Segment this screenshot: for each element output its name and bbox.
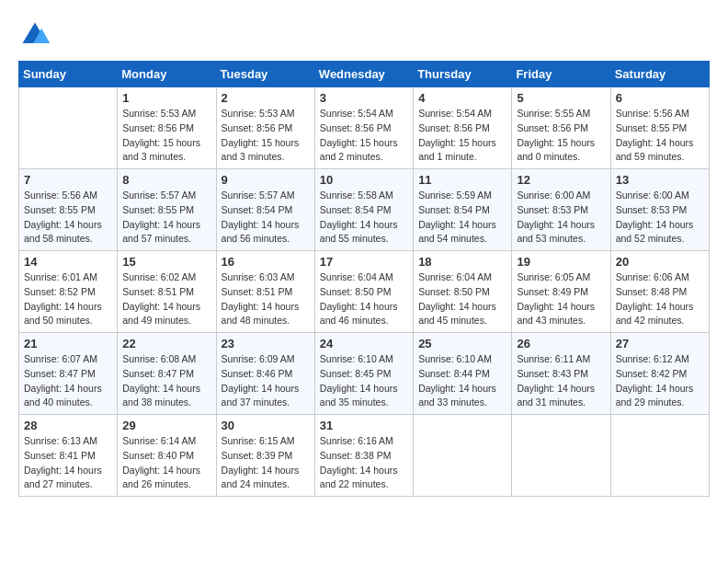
day-info: Sunrise: 6:10 AMSunset: 8:45 PMDaylight:…: [320, 352, 408, 410]
day-cell: 17Sunrise: 6:04 AMSunset: 8:50 PMDayligh…: [314, 251, 413, 333]
day-cell: 19Sunrise: 6:05 AMSunset: 8:49 PMDayligh…: [512, 251, 610, 333]
day-info: Sunrise: 6:02 AMSunset: 8:51 PMDaylight:…: [122, 270, 210, 328]
day-info: Sunrise: 6:09 AMSunset: 8:46 PMDaylight:…: [222, 352, 310, 410]
day-cell: 9Sunrise: 5:57 AMSunset: 8:54 PMDaylight…: [216, 169, 314, 251]
week-row-4: 21Sunrise: 6:07 AMSunset: 8:47 PMDayligh…: [19, 333, 710, 415]
calendar-header: SundayMondayTuesdayWednesdayThursdayFrid…: [19, 62, 710, 87]
day-number: 24: [320, 337, 408, 350]
day-info: Sunrise: 6:05 AMSunset: 8:49 PMDaylight:…: [517, 270, 605, 328]
day-number: 15: [122, 255, 210, 269]
day-info: Sunrise: 5:54 AMSunset: 8:56 PMDaylight:…: [418, 107, 506, 165]
day-number: 13: [616, 173, 704, 187]
day-number: 26: [517, 337, 605, 350]
day-info: Sunrise: 6:06 AMSunset: 8:48 PMDaylight:…: [616, 270, 704, 328]
day-cell: 7Sunrise: 5:56 AMSunset: 8:55 PMDaylight…: [19, 169, 118, 251]
day-cell: [512, 415, 610, 497]
day-info: Sunrise: 5:56 AMSunset: 8:55 PMDaylight:…: [24, 189, 112, 247]
day-cell: [414, 415, 512, 497]
day-cell: 4Sunrise: 5:54 AMSunset: 8:56 PMDaylight…: [414, 87, 512, 169]
day-info: Sunrise: 6:16 AMSunset: 8:38 PMDaylight:…: [320, 434, 408, 492]
week-row-1: 1Sunrise: 5:53 AMSunset: 8:56 PMDaylight…: [19, 87, 710, 169]
day-number: 23: [222, 337, 310, 350]
day-cell: 31Sunrise: 6:16 AMSunset: 8:38 PMDayligh…: [314, 415, 413, 497]
day-cell: 25Sunrise: 6:10 AMSunset: 8:44 PMDayligh…: [414, 333, 512, 415]
day-cell: 13Sunrise: 6:00 AMSunset: 8:53 PMDayligh…: [610, 169, 709, 251]
day-info: Sunrise: 6:15 AMSunset: 8:39 PMDaylight:…: [222, 434, 310, 492]
day-cell: 26Sunrise: 6:11 AMSunset: 8:43 PMDayligh…: [512, 333, 610, 415]
day-info: Sunrise: 6:04 AMSunset: 8:50 PMDaylight:…: [320, 270, 408, 328]
day-number: 20: [616, 255, 704, 269]
calendar-table: SundayMondayTuesdayWednesdayThursdayFrid…: [18, 61, 710, 497]
day-number: 16: [222, 255, 310, 269]
day-cell: 30Sunrise: 6:15 AMSunset: 8:39 PMDayligh…: [216, 415, 314, 497]
day-cell: 1Sunrise: 5:53 AMSunset: 8:56 PMDaylight…: [118, 87, 216, 169]
day-info: Sunrise: 6:00 AMSunset: 8:53 PMDaylight:…: [517, 189, 605, 247]
week-row-5: 28Sunrise: 6:13 AMSunset: 8:41 PMDayligh…: [19, 415, 710, 497]
day-info: Sunrise: 6:11 AMSunset: 8:43 PMDaylight:…: [517, 352, 605, 410]
day-number: 6: [616, 91, 704, 105]
week-row-2: 7Sunrise: 5:56 AMSunset: 8:55 PMDaylight…: [19, 169, 710, 251]
day-number: 14: [24, 255, 112, 269]
day-cell: 12Sunrise: 6:00 AMSunset: 8:53 PMDayligh…: [512, 169, 610, 251]
day-cell: 16Sunrise: 6:03 AMSunset: 8:51 PMDayligh…: [216, 251, 314, 333]
day-cell: [19, 87, 118, 169]
day-number: 8: [122, 173, 210, 187]
day-cell: 10Sunrise: 5:58 AMSunset: 8:54 PMDayligh…: [314, 169, 413, 251]
day-number: 22: [122, 337, 210, 350]
day-number: 2: [222, 91, 310, 105]
day-cell: 14Sunrise: 6:01 AMSunset: 8:52 PMDayligh…: [19, 251, 118, 333]
day-info: Sunrise: 5:58 AMSunset: 8:54 PMDaylight:…: [320, 189, 408, 247]
day-cell: 15Sunrise: 6:02 AMSunset: 8:51 PMDayligh…: [118, 251, 216, 333]
day-number: 12: [517, 173, 605, 187]
day-cell: 3Sunrise: 5:54 AMSunset: 8:56 PMDaylight…: [314, 87, 413, 169]
week-row-3: 14Sunrise: 6:01 AMSunset: 8:52 PMDayligh…: [19, 251, 710, 333]
day-cell: 28Sunrise: 6:13 AMSunset: 8:41 PMDayligh…: [19, 415, 118, 497]
weekday-header-saturday: Saturday: [610, 62, 709, 87]
day-number: 11: [418, 173, 506, 187]
day-number: 29: [122, 419, 210, 432]
day-cell: 22Sunrise: 6:08 AMSunset: 8:47 PMDayligh…: [118, 333, 216, 415]
day-number: 4: [418, 91, 506, 105]
day-info: Sunrise: 6:01 AMSunset: 8:52 PMDaylight:…: [24, 270, 112, 328]
day-cell: 5Sunrise: 5:55 AMSunset: 8:56 PMDaylight…: [512, 87, 610, 169]
day-info: Sunrise: 5:53 AMSunset: 8:56 PMDaylight:…: [222, 107, 310, 165]
weekday-header-friday: Friday: [512, 62, 610, 87]
day-info: Sunrise: 6:03 AMSunset: 8:51 PMDaylight:…: [222, 270, 310, 328]
day-info: Sunrise: 6:00 AMSunset: 8:53 PMDaylight:…: [616, 189, 704, 247]
logo: [18, 18, 57, 52]
day-info: Sunrise: 5:56 AMSunset: 8:55 PMDaylight:…: [616, 107, 704, 165]
day-info: Sunrise: 6:13 AMSunset: 8:41 PMDaylight:…: [24, 434, 112, 492]
day-cell: 8Sunrise: 5:57 AMSunset: 8:55 PMDaylight…: [118, 169, 216, 251]
day-number: 19: [517, 255, 605, 269]
page-header: [18, 18, 710, 52]
weekday-header-tuesday: Tuesday: [216, 62, 314, 87]
day-number: 27: [616, 337, 704, 350]
weekday-header-wednesday: Wednesday: [314, 62, 413, 87]
day-number: 28: [24, 419, 112, 432]
day-cell: 11Sunrise: 5:59 AMSunset: 8:54 PMDayligh…: [414, 169, 512, 251]
day-number: 30: [222, 419, 310, 432]
day-info: Sunrise: 6:14 AMSunset: 8:40 PMDaylight:…: [122, 434, 210, 492]
day-info: Sunrise: 5:59 AMSunset: 8:54 PMDaylight:…: [418, 189, 506, 247]
weekday-header-monday: Monday: [118, 62, 216, 87]
day-info: Sunrise: 6:04 AMSunset: 8:50 PMDaylight:…: [418, 270, 506, 328]
day-info: Sunrise: 6:12 AMSunset: 8:42 PMDaylight:…: [616, 352, 704, 410]
weekday-header-thursday: Thursday: [414, 62, 512, 87]
day-info: Sunrise: 5:53 AMSunset: 8:56 PMDaylight:…: [122, 107, 210, 165]
day-info: Sunrise: 6:10 AMSunset: 8:44 PMDaylight:…: [418, 352, 506, 410]
day-cell: [610, 415, 709, 497]
day-info: Sunrise: 5:57 AMSunset: 8:54 PMDaylight:…: [222, 189, 310, 247]
weekday-header-row: SundayMondayTuesdayWednesdayThursdayFrid…: [19, 62, 710, 87]
day-cell: 20Sunrise: 6:06 AMSunset: 8:48 PMDayligh…: [610, 251, 709, 333]
day-number: 1: [122, 91, 210, 105]
day-info: Sunrise: 6:07 AMSunset: 8:47 PMDaylight:…: [24, 352, 112, 410]
day-number: 9: [222, 173, 310, 187]
day-cell: 27Sunrise: 6:12 AMSunset: 8:42 PMDayligh…: [610, 333, 709, 415]
day-cell: 2Sunrise: 5:53 AMSunset: 8:56 PMDaylight…: [216, 87, 314, 169]
day-cell: 23Sunrise: 6:09 AMSunset: 8:46 PMDayligh…: [216, 333, 314, 415]
day-info: Sunrise: 5:55 AMSunset: 8:56 PMDaylight:…: [517, 107, 605, 165]
day-cell: 6Sunrise: 5:56 AMSunset: 8:55 PMDaylight…: [610, 87, 709, 169]
day-number: 25: [418, 337, 506, 350]
logo-icon: [18, 18, 51, 52]
day-info: Sunrise: 5:54 AMSunset: 8:56 PMDaylight:…: [320, 107, 408, 165]
